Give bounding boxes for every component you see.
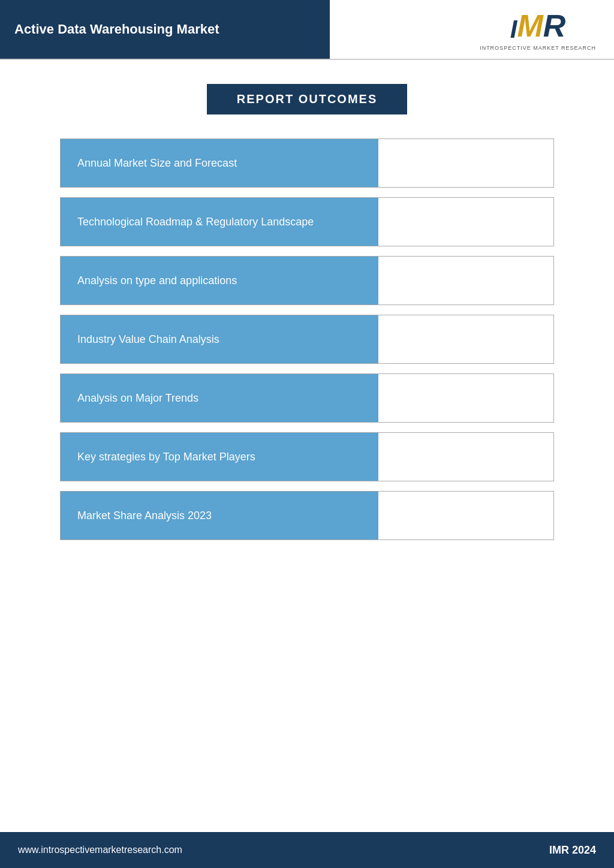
outcome-label-3: Industry Value Chain Analysis (61, 315, 378, 363)
outcome-spacer-5 (378, 433, 553, 481)
outcome-row: Technological Roadmap & Regulatory Lands… (60, 197, 554, 246)
outcome-label-2: Analysis on type and applications (61, 257, 378, 305)
logo-subtitle: INTROSPECTIVE MARKET RESEARCH (480, 45, 596, 51)
outcome-row: Key strategies by Top Market Players (60, 432, 554, 481)
outcome-spacer-6 (378, 492, 553, 540)
page-footer: www.introspectivemarketresearch.com IMR … (0, 832, 614, 868)
outcome-items-list: Annual Market Size and ForecastTechnolog… (60, 138, 554, 540)
outcome-spacer-0 (378, 139, 553, 187)
report-outcomes-heading: REPORT OUTCOMES (207, 84, 407, 114)
main-content: REPORT OUTCOMES Annual Market Size and F… (0, 60, 614, 564)
outcome-label-6: Market Share Analysis 2023 (61, 492, 378, 540)
outcome-row: Market Share Analysis 2023 (60, 491, 554, 540)
footer-website: www.introspectivemarketresearch.com (18, 845, 182, 855)
outcome-spacer-1 (378, 198, 553, 246)
header-title-bar: Active Data Warehousing Market (0, 0, 330, 59)
outcome-row: Analysis on Major Trends (60, 373, 554, 423)
logo-m: M (517, 8, 543, 44)
outcome-spacer-4 (378, 374, 553, 422)
outcome-label-4: Analysis on Major Trends (61, 374, 378, 422)
outcome-label-5: Key strategies by Top Market Players (61, 433, 378, 481)
page-title: Active Data Warehousing Market (14, 22, 219, 37)
page-header: Active Data Warehousing Market I M R INT… (0, 0, 614, 60)
outcome-spacer-3 (378, 315, 553, 363)
company-logo: I M R INTROSPECTIVE MARKET RESEARCH (480, 8, 596, 51)
outcome-label-1: Technological Roadmap & Regulatory Lands… (61, 198, 378, 246)
outcome-row: Annual Market Size and Forecast (60, 138, 554, 188)
outcome-row: Industry Value Chain Analysis (60, 315, 554, 364)
header-logo-area: I M R INTROSPECTIVE MARKET RESEARCH (330, 0, 614, 59)
outcome-row: Analysis on type and applications (60, 256, 554, 305)
outcome-spacer-2 (378, 257, 553, 305)
report-outcomes-wrapper: REPORT OUTCOMES (60, 84, 554, 114)
footer-year: IMR 2024 (549, 844, 596, 857)
logo-i: I (510, 15, 517, 44)
outcome-label-0: Annual Market Size and Forecast (61, 139, 378, 187)
logo-r: R (543, 8, 566, 44)
